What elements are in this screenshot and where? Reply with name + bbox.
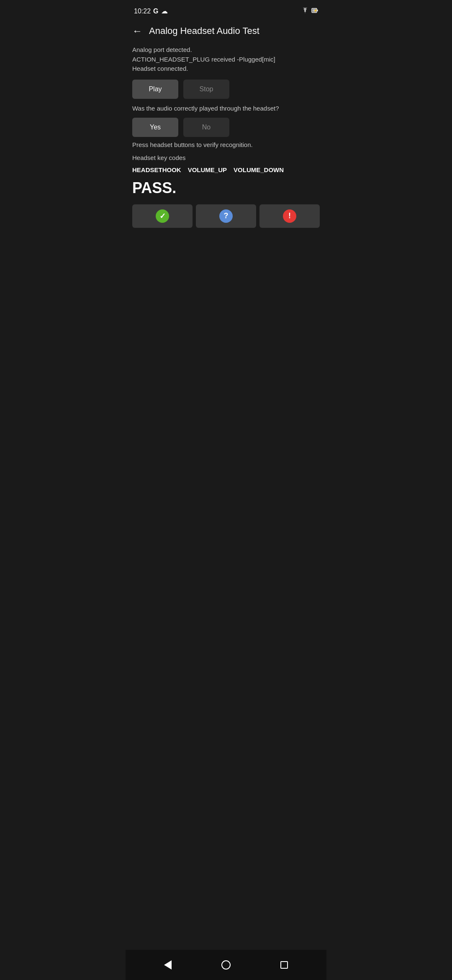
top-bar: ← Analog Headset Audio Test	[126, 20, 326, 42]
key-codes-label: Headset key codes	[132, 154, 320, 161]
status-right: ⚡	[301, 7, 318, 15]
svg-text:⚡: ⚡	[313, 8, 318, 13]
key-code-volume-down: VOLUME_DOWN	[234, 166, 284, 173]
status-left: 10:22 G ☁	[134, 7, 168, 15]
nav-home-circle-icon	[221, 960, 231, 970]
nav-back-button[interactable]	[158, 955, 178, 975]
unknown-result-button[interactable]: ?	[196, 204, 256, 228]
bottom-nav	[126, 950, 326, 980]
nav-recent-square-icon	[280, 961, 288, 969]
pass-result-button[interactable]: ✓	[132, 204, 193, 228]
key-code-volume-up: VOLUME_UP	[188, 166, 227, 173]
nav-recent-button[interactable]	[274, 955, 294, 975]
result-buttons-row: ✓ ? !	[132, 204, 320, 228]
play-button[interactable]: Play	[132, 80, 178, 99]
fail-result-button[interactable]: !	[259, 204, 320, 228]
fail-icon: !	[283, 209, 296, 223]
no-button[interactable]: No	[183, 118, 229, 137]
cloud-icon: ☁	[161, 7, 168, 15]
key-code-headsethook: HEADSETHOOK	[132, 166, 181, 173]
google-icon: G	[153, 8, 158, 15]
page-title: Analog Headset Audio Test	[149, 26, 259, 36]
status-bar: 10:22 G ☁ ⚡	[126, 0, 326, 20]
unknown-icon: ?	[219, 209, 233, 223]
back-button[interactable]: ←	[132, 25, 142, 37]
pass-text: PASS.	[132, 179, 320, 197]
play-stop-row: Play Stop	[132, 80, 320, 99]
press-headset-text: Press headset buttons to verify recognit…	[132, 141, 320, 148]
pass-icon: ✓	[156, 209, 169, 223]
status-time: 10:22	[134, 8, 151, 15]
status-line-1: Analog port detected.	[132, 45, 320, 55]
wifi-icon	[301, 8, 309, 15]
content-area: Analog port detected. ACTION_HEADSET_PLU…	[126, 42, 326, 950]
nav-back-triangle-icon	[164, 960, 172, 970]
status-line-3: Headset connected.	[132, 64, 320, 74]
audio-question: Was the audio correctly played through t…	[132, 105, 320, 112]
battery-icon: ⚡	[311, 7, 318, 15]
nav-home-button[interactable]	[216, 955, 236, 975]
status-messages: Analog port detected. ACTION_HEADSET_PLU…	[132, 45, 320, 74]
status-line-2: ACTION_HEADSET_PLUG received -Plugged[mi…	[132, 55, 320, 64]
yes-no-row: Yes No	[132, 118, 320, 137]
stop-button[interactable]: Stop	[183, 80, 229, 99]
yes-button[interactable]: Yes	[132, 118, 178, 137]
key-codes-row: HEADSETHOOK VOLUME_UP VOLUME_DOWN	[132, 166, 320, 173]
